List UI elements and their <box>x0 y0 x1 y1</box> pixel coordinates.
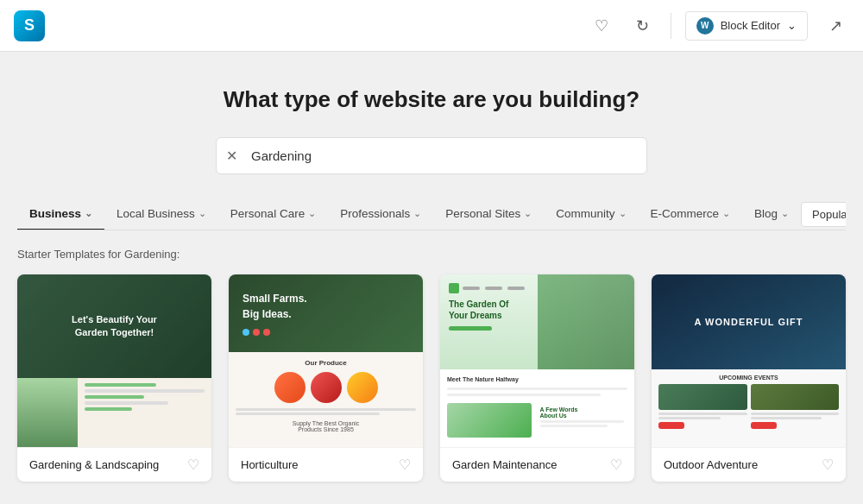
template-footer: Garden Maintenance ♡ <box>440 447 634 482</box>
template-name: Gardening & Landscaping <box>29 458 159 471</box>
tab-personal-sites[interactable]: Personal Sites ⌄ <box>433 198 544 230</box>
card-hero: Let's Beautify YourGarden Together! <box>17 274 211 378</box>
favorite-icon[interactable]: ♡ <box>187 457 199 473</box>
favorite-icon[interactable]: ♡ <box>822 457 834 473</box>
topbar-left: S <box>14 10 45 41</box>
tab-personal-care[interactable]: Personal Care ⌄ <box>218 198 328 230</box>
search-input[interactable] <box>216 137 647 174</box>
tab-blog[interactable]: Blog ⌄ <box>742 198 801 230</box>
card-content <box>17 378 211 447</box>
template-name: Horticulture <box>241 458 298 471</box>
results-label: Starter Templates for Gardening: <box>17 248 846 261</box>
tab-ecommerce[interactable]: E-Commerce ⌄ <box>639 198 743 230</box>
tab-professionals[interactable]: Professionals ⌄ <box>328 198 433 230</box>
block-editor-button[interactable]: W Block Editor ⌄ <box>685 11 808 41</box>
template-name: Garden Maintenance <box>452 458 557 471</box>
tab-community[interactable]: Community ⌄ <box>544 198 638 230</box>
sort-dropdown[interactable]: Popular ⌄ <box>801 202 846 227</box>
card-hero-text: A WONDERFUL GIFT <box>695 317 803 327</box>
card-hero-text: The Garden OfYour Dreams <box>449 299 546 321</box>
search-clear-icon[interactable]: ✕ <box>226 149 237 163</box>
template-preview: The Garden OfYour Dreams Meet The Nature… <box>440 274 634 447</box>
template-card[interactable]: A WONDERFUL GIFT UPCOMING EVENTS <box>652 274 846 482</box>
card-content: UPCOMING EVENTS <box>652 369 846 447</box>
card-content: Meet The Nature Halfway A Few WordsAbout… <box>440 369 634 447</box>
category-tabs: Business ⌄ Local Business ⌄ Personal Car… <box>17 198 846 230</box>
chevron-down-icon: ⌄ <box>787 19 797 32</box>
chevron-down-icon: ⌄ <box>85 208 92 219</box>
chevron-down-icon: ⌄ <box>619 208 627 219</box>
card-hero-text: Small Farms.Big Ideas. <box>243 291 307 322</box>
search-container: ✕ <box>216 137 647 174</box>
template-card[interactable]: Let's Beautify YourGarden Together! <box>17 274 211 482</box>
chevron-down-icon: ⌄ <box>413 208 421 219</box>
card-content: Our Produce Supply The Best OrganicProdu… <box>229 352 423 447</box>
template-card[interactable]: The Garden OfYour Dreams Meet The Nature… <box>440 274 634 482</box>
topbar: S ♡ ↻ W Block Editor ⌄ ↗ <box>0 0 863 52</box>
refresh-icon[interactable]: ↻ <box>629 12 657 40</box>
chevron-down-icon: ⌄ <box>524 208 532 219</box>
topbar-right: ♡ ↻ W Block Editor ⌄ ↗ <box>588 11 849 41</box>
wp-icon: W <box>696 17 714 35</box>
template-card[interactable]: Small Farms.Big Ideas. Our Produce <box>229 274 423 482</box>
block-editor-label: Block Editor <box>721 19 780 32</box>
favorite-icon[interactable]: ♡ <box>610 457 622 473</box>
external-link-icon[interactable]: ↗ <box>822 12 849 40</box>
template-preview: Let's Beautify YourGarden Together! <box>17 274 211 447</box>
card-hero: The Garden OfYour Dreams <box>440 274 634 369</box>
heart-topbar-icon[interactable]: ♡ <box>588 12 615 40</box>
card-image <box>17 378 78 447</box>
tab-local-business[interactable]: Local Business ⌄ <box>104 198 218 230</box>
card-hero: A WONDERFUL GIFT <box>652 274 846 369</box>
chevron-down-icon: ⌄ <box>722 208 730 219</box>
template-footer: Gardening & Landscaping ♡ <box>17 447 211 482</box>
template-footer: Horticulture ♡ <box>229 447 423 482</box>
favorite-icon[interactable]: ♡ <box>399 457 411 473</box>
card-list <box>78 378 211 447</box>
tab-business[interactable]: Business ⌄ <box>17 198 104 230</box>
chevron-down-icon: ⌄ <box>308 208 316 219</box>
topbar-divider <box>671 13 671 39</box>
chevron-down-icon: ⌄ <box>781 208 789 219</box>
template-preview: Small Farms.Big Ideas. Our Produce <box>229 274 423 447</box>
template-name: Outdoor Adventure <box>664 458 758 471</box>
page-heading: What type of website are you building? <box>17 86 846 113</box>
card-hero: Small Farms.Big Ideas. <box>229 274 423 352</box>
main-content: What type of website are you building? ✕… <box>0 52 863 499</box>
template-grid: Let's Beautify YourGarden Together! <box>17 274 846 482</box>
chevron-down-icon: ⌄ <box>198 208 206 219</box>
card-hero-text: Let's Beautify YourGarden Together! <box>72 313 157 340</box>
template-footer: Outdoor Adventure ♡ <box>652 447 846 482</box>
app-logo: S <box>14 10 45 41</box>
template-preview: A WONDERFUL GIFT UPCOMING EVENTS <box>652 274 846 447</box>
